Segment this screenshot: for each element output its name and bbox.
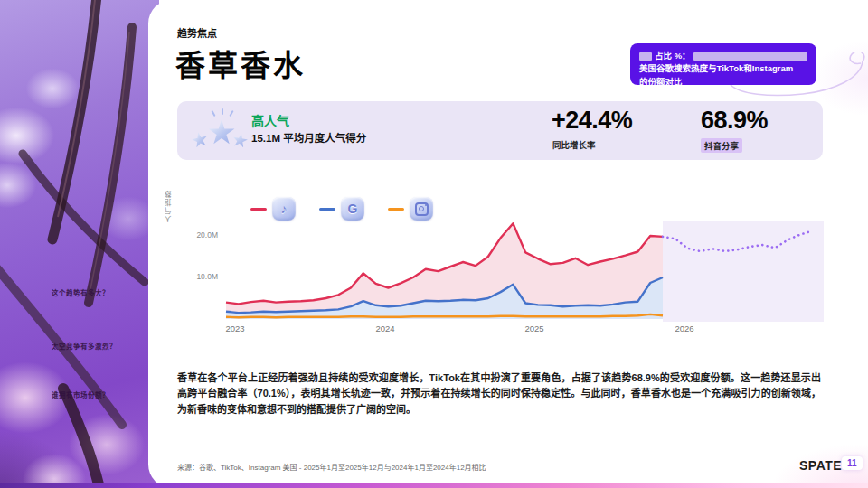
sidebar-question-trend-size: 这个趋势有多大？ <box>52 287 109 297</box>
sparkle-icon <box>222 108 223 115</box>
vanilla-pods-illustration <box>0 0 159 488</box>
instagram-icon <box>410 197 433 221</box>
g-glyph: G <box>348 202 358 216</box>
sparkle-icon <box>211 110 215 117</box>
page-title: 香草香水 <box>175 42 306 85</box>
x-tick-2023: 2023 <box>215 324 255 333</box>
spate-logo: SPATE <box>799 458 842 473</box>
comparison-badge: 占比 %： 美国谷歌搜索热度与TikTok和Instagram 的份额对比 <box>630 43 816 85</box>
google-icon: G <box>341 197 364 221</box>
page-number-badge: 11 <box>842 456 863 470</box>
legend-item-tiktok: ♪ <box>250 197 296 221</box>
tiktok-share-label: 抖音分享 <box>701 138 742 153</box>
star-icon <box>208 119 235 146</box>
badge-highlight <box>639 52 652 61</box>
yoy-growth-value: +24.4% <box>552 107 632 135</box>
chart-legend: ♪ G <box>250 197 433 221</box>
google-line-swatch <box>319 208 335 211</box>
sparkle-icon <box>229 110 233 117</box>
popularity-score: 15.1M 平均月度人气得分 <box>251 130 366 145</box>
sidebar-question-competition: 太空竞争有多激烈？ <box>52 341 117 351</box>
tiktok-line-swatch <box>250 208 267 211</box>
x-tick-2025: 2025 <box>514 324 554 333</box>
badge-line2: 美国谷歌搜索热度与TikTok和Instagram <box>639 62 807 75</box>
star-icon <box>231 132 250 150</box>
instagram-line-swatch <box>388 208 404 211</box>
yoy-growth-label: 同比增长率 <box>552 138 596 151</box>
x-tick-2026: 2026 <box>665 324 704 333</box>
stats-bar: 高人气 15.1M 平均月度人气得分 +24.4% 同比增长率 68.9% 抖音… <box>177 101 823 160</box>
star-icon <box>190 130 209 149</box>
source-note: 来源：谷歌、TikTok、Instagram 美国 - 2025年1月至2025… <box>177 462 486 472</box>
legend-item-instagram <box>388 197 433 221</box>
vanilla-photo-sidebar: 这个趋势有多大？ 太空竞争有多激烈？ 谁拥有市场份额？ <box>0 0 159 488</box>
badge-line1-label: 占比 %： <box>655 50 691 62</box>
badge-line3: 的份额对比 <box>639 76 807 89</box>
eyebrow-label: 趋势焦点 <box>177 25 217 40</box>
x-tick-2024: 2024 <box>365 324 405 333</box>
badge-highlight <box>693 52 807 61</box>
badge-line1: 占比 %： <box>639 50 807 62</box>
summary-paragraph: 香草在各个平台上正经历着强劲且持续的受欢迎度增长，TikTok在其中扮演了重要角… <box>177 371 821 418</box>
sidebar-question-market-share: 谁拥有市场份额？ <box>52 389 109 399</box>
bottom-gradient-strip <box>0 483 868 488</box>
camera-glyph <box>415 202 429 216</box>
music-note-glyph: ♪ <box>281 202 288 216</box>
popularity-trend-chart: 人气指数 20.0M 10.0M ♪ G 2 <box>158 170 827 351</box>
glowing-stars-icon <box>192 108 250 154</box>
y-axis-title: 人气指数 <box>164 190 174 222</box>
y-tick-20m: 20.0M <box>185 230 218 239</box>
tiktok-icon: ♪ <box>272 197 296 221</box>
y-tick-10m: 10.0M <box>185 272 218 281</box>
popularity-level-label: 高人气 <box>251 111 289 129</box>
tiktok-share-value: 68.9% <box>701 107 768 135</box>
legend-item-google: G <box>319 197 364 221</box>
slide: 这个趋势有多大？ 太空竞争有多激烈？ 谁拥有市场份额？ 趋势焦点 香草香水 占比… <box>0 0 868 488</box>
